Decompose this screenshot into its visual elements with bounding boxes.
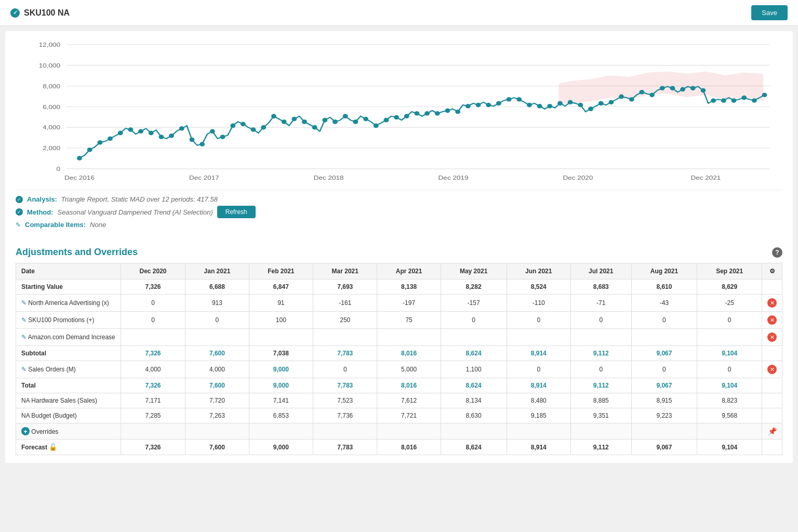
cell [121,423,185,440]
analysis-row: Analysis: Triangle Report, Static MAD ov… [16,195,782,203]
cell [697,329,762,346]
cell: 0 [121,295,185,312]
svg-point-65 [537,104,542,109]
svg-point-40 [282,119,287,124]
svg-point-49 [374,124,379,128]
delete-button[interactable]: ✕ [767,365,777,374]
delete-button[interactable]: ✕ [767,298,777,308]
comparable-edit-icon: ✎ [16,221,21,229]
cell: -110 [507,295,570,312]
svg-point-23 [108,136,113,141]
svg-point-42 [302,119,307,124]
cell: 75 [377,312,441,329]
row-label: NA Hardware Sales (Sales) [16,393,121,408]
row-label: NA Budget (Budget) [16,408,121,423]
svg-point-34 [220,135,225,139]
cell: 9,104 [697,346,762,361]
svg-point-54 [424,111,430,116]
svg-point-46 [343,114,348,118]
chart-svg: 12,000 10,000 8,000 6,000 4,000 2,000 0 … [16,39,782,184]
help-icon[interactable]: ? [772,247,782,258]
svg-point-77 [660,86,665,90]
cell: -197 [377,295,441,312]
status-icon [10,8,20,18]
svg-point-55 [435,111,440,116]
cell: 9,104 [697,378,762,393]
cell: 0 [570,312,631,329]
delete-cell: ✕ [762,361,782,378]
cell [313,423,377,440]
row-label: ✎ Sales Orders (M) [16,361,121,378]
lock-icon: 🔓 [49,443,57,451]
cell [762,378,782,393]
svg-text:Dec 2016: Dec 2016 [64,174,95,181]
cell: 6,688 [185,280,249,295]
cell [570,423,631,440]
cell: 8,624 [441,440,507,455]
cell: 7,783 [313,346,377,361]
cell: 913 [185,295,249,312]
cell: 8,624 [441,378,507,393]
cell: 7,783 [313,378,377,393]
svg-text:6,000: 6,000 [43,103,60,110]
edit-icon: ✎ [21,316,26,324]
row-label: ✎ SKU100 Promotions (+) [16,312,121,329]
pin-icon[interactable]: 📌 [768,427,777,435]
svg-point-21 [87,148,92,152]
cell: 8,016 [377,440,441,455]
forecast-label: Forecast 🔓 [16,440,121,455]
svg-point-67 [557,101,563,106]
cell: 250 [313,312,377,329]
delete-button[interactable]: ✕ [767,332,777,342]
cell: 9,067 [631,378,697,393]
svg-text:0: 0 [57,165,61,172]
svg-point-56 [445,109,450,113]
delete-button[interactable]: ✕ [767,315,777,325]
cell: 8,624 [441,346,507,361]
svg-text:8,000: 8,000 [43,83,60,90]
svg-point-30 [179,126,184,131]
forecast-row: Forecast 🔓 7,326 7,600 9,000 7,783 8,016… [16,440,782,455]
adjustments-header: Adjustments and Overrides ? [16,247,782,258]
svg-point-29 [169,134,174,138]
cell: 8,610 [631,280,697,295]
cell: 8,480 [507,393,570,408]
cell [249,423,313,440]
cell: 7,693 [313,280,377,295]
svg-point-73 [619,95,624,99]
cell: 6,847 [249,280,313,295]
add-overrides-icon[interactable]: + [21,427,30,435]
col-jun2021: Jun 2021 [507,263,570,280]
cell: 8,823 [697,393,762,408]
cell: 7,171 [121,393,185,408]
cell: -71 [570,295,631,312]
svg-point-61 [496,101,501,106]
adjustments-title: Adjustments and Overrides [16,247,138,258]
row-label: ✎ North America Advertising (x) [16,295,121,312]
svg-text:Dec 2021: Dec 2021 [690,174,721,181]
svg-point-83 [721,98,726,103]
table-row: NA Budget (Budget) 7,285 7,263 6,853 7,7… [16,408,782,423]
cell: -43 [631,295,697,312]
table-row: ✎ SKU100 Promotions (+) 0 0 100 250 75 0… [16,312,782,329]
svg-point-38 [261,125,266,130]
cell: 0 [507,312,570,329]
svg-point-64 [527,103,532,108]
overrides-text: Overrides [31,428,58,435]
refresh-button[interactable]: Refresh [217,206,256,218]
cell: 8,016 [377,346,441,361]
svg-point-37 [251,127,256,132]
col-dec2020: Dec 2020 [121,263,185,280]
svg-point-36 [241,122,246,126]
cell: 8,885 [570,393,631,408]
col-mar2021: Mar 2021 [313,263,377,280]
cell [762,346,782,361]
cell: 7,523 [313,393,377,408]
forecast-text: Forecast [21,444,47,451]
svg-point-57 [455,110,460,114]
cell: 9,112 [570,440,631,455]
cell: 7,326 [121,440,185,455]
save-button[interactable]: Save [751,5,788,20]
cell: 8,016 [377,378,441,393]
svg-point-39 [271,114,276,118]
